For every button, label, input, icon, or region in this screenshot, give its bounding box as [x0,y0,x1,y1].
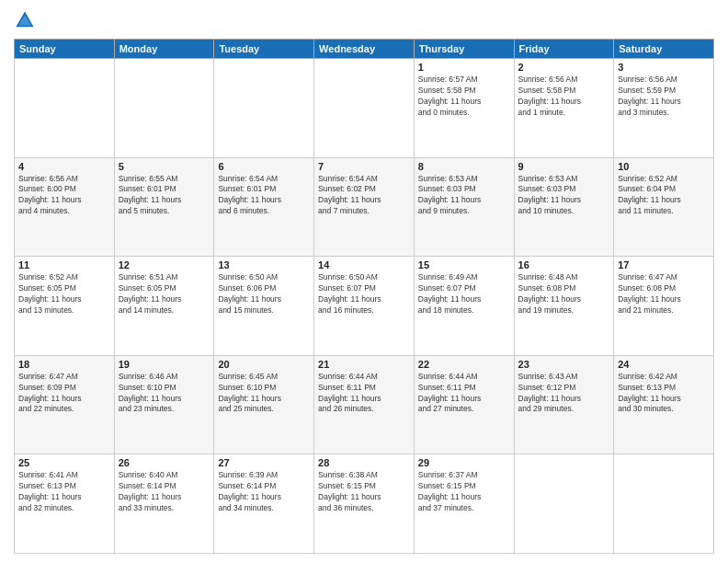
calendar-cell: 5Sunrise: 6:55 AM Sunset: 6:01 PM Daylig… [114,157,214,257]
calendar-cell: 24Sunrise: 6:42 AM Sunset: 6:13 PM Dayli… [614,355,714,454]
day-number: 29 [418,457,510,468]
day-info: Sunrise: 6:57 AM Sunset: 5:58 PM Dayligh… [418,75,510,119]
calendar-cell [15,59,115,158]
weekday-header-row: SundayMondayTuesdayWednesdayThursdayFrid… [15,40,714,59]
calendar-cell: 4Sunrise: 6:56 AM Sunset: 6:00 PM Daylig… [15,157,115,257]
day-number: 28 [318,457,410,468]
day-number: 11 [18,259,110,270]
weekday-header-saturday: Saturday [614,40,714,59]
weekday-header-tuesday: Tuesday [214,40,314,59]
calendar-cell: 25Sunrise: 6:41 AM Sunset: 6:13 PM Dayli… [15,454,115,554]
day-number: 13 [218,259,310,270]
calendar-cell: 7Sunrise: 6:54 AM Sunset: 6:02 PM Daylig… [314,157,415,257]
day-info: Sunrise: 6:44 AM Sunset: 6:11 PM Dayligh… [318,372,410,416]
calendar-cell: 10Sunrise: 6:52 AM Sunset: 6:04 PM Dayli… [614,157,714,257]
day-number: 20 [218,359,310,370]
day-number: 22 [418,359,510,370]
day-number: 27 [218,457,310,468]
day-info: Sunrise: 6:40 AM Sunset: 6:14 PM Dayligh… [119,470,210,514]
day-number: 25 [18,457,110,468]
calendar-cell [614,454,714,554]
day-number: 17 [618,259,710,270]
day-number: 5 [119,161,210,172]
calendar-cell: 28Sunrise: 6:38 AM Sunset: 6:15 PM Dayli… [314,454,415,554]
day-info: Sunrise: 6:53 AM Sunset: 6:03 PM Dayligh… [418,174,510,218]
day-info: Sunrise: 6:55 AM Sunset: 6:01 PM Dayligh… [119,174,210,218]
calendar-cell: 19Sunrise: 6:46 AM Sunset: 6:10 PM Dayli… [114,355,214,454]
day-number: 10 [618,161,710,172]
day-number: 12 [119,259,210,270]
day-number: 8 [418,161,510,172]
day-info: Sunrise: 6:56 AM Sunset: 6:00 PM Dayligh… [18,174,110,218]
day-info: Sunrise: 6:50 AM Sunset: 6:07 PM Dayligh… [318,272,410,316]
day-number: 1 [418,62,510,73]
day-info: Sunrise: 6:54 AM Sunset: 6:01 PM Dayligh… [218,174,310,218]
calendar-cell: 22Sunrise: 6:44 AM Sunset: 6:11 PM Dayli… [414,355,514,454]
calendar-cell: 8Sunrise: 6:53 AM Sunset: 6:03 PM Daylig… [414,157,514,257]
day-number: 16 [518,259,610,270]
day-info: Sunrise: 6:47 AM Sunset: 6:09 PM Dayligh… [18,372,110,416]
day-info: Sunrise: 6:56 AM Sunset: 5:59 PM Dayligh… [618,75,710,119]
day-info: Sunrise: 6:41 AM Sunset: 6:13 PM Dayligh… [18,470,110,514]
weekday-header-wednesday: Wednesday [314,40,415,59]
day-info: Sunrise: 6:39 AM Sunset: 6:14 PM Dayligh… [218,470,310,514]
logo [14,9,40,31]
calendar-cell: 15Sunrise: 6:49 AM Sunset: 6:07 PM Dayli… [414,257,514,356]
day-number: 3 [618,62,710,73]
calendar-cell: 11Sunrise: 6:52 AM Sunset: 6:05 PM Dayli… [15,257,115,356]
calendar-cell: 14Sunrise: 6:50 AM Sunset: 6:07 PM Dayli… [314,257,415,356]
week-row-1: 1Sunrise: 6:57 AM Sunset: 5:58 PM Daylig… [15,59,714,158]
week-row-5: 25Sunrise: 6:41 AM Sunset: 6:13 PM Dayli… [15,454,714,554]
calendar-cell: 18Sunrise: 6:47 AM Sunset: 6:09 PM Dayli… [15,355,115,454]
calendar-cell: 29Sunrise: 6:37 AM Sunset: 6:15 PM Dayli… [414,454,514,554]
day-info: Sunrise: 6:37 AM Sunset: 6:15 PM Dayligh… [418,470,510,514]
day-info: Sunrise: 6:43 AM Sunset: 6:12 PM Dayligh… [518,372,610,416]
day-info: Sunrise: 6:47 AM Sunset: 6:08 PM Dayligh… [618,272,710,316]
day-info: Sunrise: 6:53 AM Sunset: 6:03 PM Dayligh… [518,174,610,218]
day-number: 9 [518,161,610,172]
day-info: Sunrise: 6:45 AM Sunset: 6:10 PM Dayligh… [218,372,310,416]
day-info: Sunrise: 6:42 AM Sunset: 6:13 PM Dayligh… [618,372,710,416]
day-number: 7 [318,161,410,172]
day-number: 14 [318,259,410,270]
weekday-header-thursday: Thursday [414,40,514,59]
day-info: Sunrise: 6:56 AM Sunset: 5:58 PM Dayligh… [518,75,610,119]
calendar-cell: 6Sunrise: 6:54 AM Sunset: 6:01 PM Daylig… [214,157,314,257]
calendar-cell [514,454,614,554]
calendar-cell: 12Sunrise: 6:51 AM Sunset: 6:05 PM Dayli… [114,257,214,356]
day-info: Sunrise: 6:46 AM Sunset: 6:10 PM Dayligh… [119,372,210,416]
day-number: 21 [318,359,410,370]
week-row-3: 11Sunrise: 6:52 AM Sunset: 6:05 PM Dayli… [15,257,714,356]
day-number: 19 [119,359,210,370]
calendar-cell: 20Sunrise: 6:45 AM Sunset: 6:10 PM Dayli… [214,355,314,454]
calendar-table: SundayMondayTuesdayWednesdayThursdayFrid… [14,39,714,554]
day-number: 2 [518,62,610,73]
calendar-cell: 1Sunrise: 6:57 AM Sunset: 5:58 PM Daylig… [414,59,514,158]
calendar-cell: 26Sunrise: 6:40 AM Sunset: 6:14 PM Dayli… [114,454,214,554]
day-info: Sunrise: 6:49 AM Sunset: 6:07 PM Dayligh… [418,272,510,316]
day-info: Sunrise: 6:52 AM Sunset: 6:04 PM Dayligh… [618,174,710,218]
calendar-cell: 13Sunrise: 6:50 AM Sunset: 6:06 PM Dayli… [214,257,314,356]
day-info: Sunrise: 6:50 AM Sunset: 6:06 PM Dayligh… [218,272,310,316]
day-number: 26 [119,457,210,468]
page: SundayMondayTuesdayWednesdayThursdayFrid… [0,0,728,563]
calendar-cell: 9Sunrise: 6:53 AM Sunset: 6:03 PM Daylig… [514,157,614,257]
calendar-cell: 17Sunrise: 6:47 AM Sunset: 6:08 PM Dayli… [614,257,714,356]
weekday-header-friday: Friday [514,40,614,59]
day-number: 23 [518,359,610,370]
calendar-cell [114,59,214,158]
calendar-cell: 3Sunrise: 6:56 AM Sunset: 5:59 PM Daylig… [614,59,714,158]
day-info: Sunrise: 6:52 AM Sunset: 6:05 PM Dayligh… [18,272,110,316]
day-number: 15 [418,259,510,270]
day-info: Sunrise: 6:44 AM Sunset: 6:11 PM Dayligh… [418,372,510,416]
day-info: Sunrise: 6:38 AM Sunset: 6:15 PM Dayligh… [318,470,410,514]
calendar-cell: 27Sunrise: 6:39 AM Sunset: 6:14 PM Dayli… [214,454,314,554]
calendar-cell [214,59,314,158]
day-info: Sunrise: 6:51 AM Sunset: 6:05 PM Dayligh… [119,272,210,316]
weekday-header-sunday: Sunday [15,40,115,59]
weekday-header-monday: Monday [114,40,214,59]
week-row-2: 4Sunrise: 6:56 AM Sunset: 6:00 PM Daylig… [15,157,714,257]
day-info: Sunrise: 6:48 AM Sunset: 6:08 PM Dayligh… [518,272,610,316]
day-number: 4 [18,161,110,172]
day-number: 24 [618,359,710,370]
